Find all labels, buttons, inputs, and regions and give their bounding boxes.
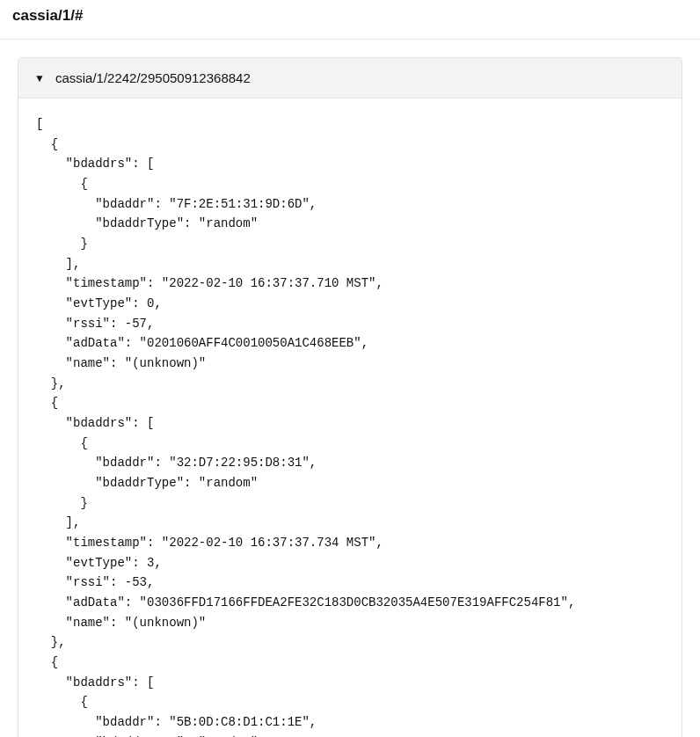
content-area: ▼ cassia/1/2242/295050912368842 [ { "bda… <box>0 40 700 737</box>
panel-topic: cassia/1/2242/295050912368842 <box>55 70 251 85</box>
panel-body: [ { "bdaddrs": [ { "bdaddr": "7F:2E:51:3… <box>18 99 682 737</box>
caret-down-icon: ▼ <box>34 73 45 84</box>
json-payload: [ { "bdaddrs": [ { "bdaddr": "7F:2E:51:3… <box>22 114 678 737</box>
panel-toggle[interactable]: ▼ cassia/1/2242/295050912368842 <box>18 58 682 99</box>
message-panel: ▼ cassia/1/2242/295050912368842 [ { "bda… <box>18 57 682 737</box>
page-title: cassia/1/# <box>12 7 688 25</box>
page-header: cassia/1/# <box>0 0 700 33</box>
